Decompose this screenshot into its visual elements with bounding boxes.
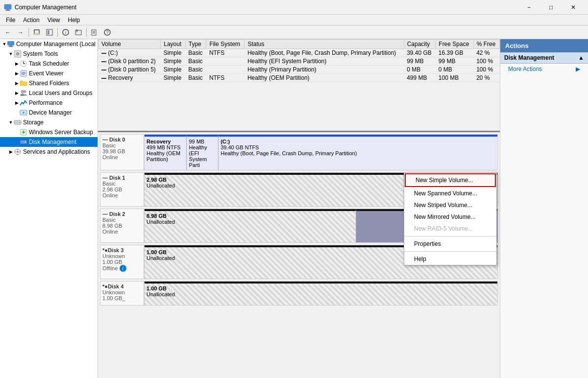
sidebar-event-viewer[interactable]: ▶ Event Viewer bbox=[0, 69, 98, 78]
sidebar-performance[interactable]: ▶ Performance bbox=[0, 98, 98, 108]
volume-name: (Disk 0 partition 5) bbox=[98, 66, 161, 74]
shared-folders-toggle[interactable]: ▶ bbox=[14, 81, 20, 86]
disk-0-partition-efi[interactable]: 99 MB Healthy (EFI System Parti bbox=[187, 135, 219, 170]
actions-more[interactable]: More Actions ▶ bbox=[500, 64, 588, 74]
menu-view[interactable]: View bbox=[44, 16, 64, 24]
context-menu-new-mirrored-label: New Mirrored Volume... bbox=[414, 213, 475, 220]
actions-title: Actions bbox=[505, 42, 529, 49]
disk-1-row: — Disk 1 Basic 2.98 GB Online 2.98 GB Un… bbox=[100, 172, 498, 207]
disk-3-size: 1.00 GB bbox=[102, 259, 142, 265]
local-users-label: Local Users and Groups bbox=[29, 90, 92, 96]
storage-label: Storage bbox=[23, 119, 44, 126]
root-toggle[interactable]: ▼ bbox=[2, 42, 7, 47]
main-layout: ▼ Computer Management (Local ▼ System To… bbox=[0, 39, 588, 378]
menu-help[interactable]: Help bbox=[64, 16, 84, 24]
properties-button[interactable] bbox=[89, 27, 100, 38]
context-menu-new-striped[interactable]: New Striped Volume... bbox=[404, 199, 496, 211]
disk-0-type: Basic bbox=[102, 142, 142, 148]
volume-fs bbox=[206, 66, 245, 74]
sidebar-system-tools[interactable]: ▼ System Tools bbox=[0, 49, 98, 59]
sidebar-root[interactable]: ▼ Computer Management (Local bbox=[0, 39, 98, 49]
sidebar-disk-management[interactable]: Disk Management bbox=[0, 137, 98, 147]
disk-0-partitions: Recovery 499 MB NTFS Healthy (OEM Partit… bbox=[144, 134, 498, 170]
help-button[interactable]: ? bbox=[101, 27, 113, 38]
disk-2-label: — Disk 2 Basic 8.98 GB Online bbox=[100, 209, 144, 243]
system-tools-label: System Tools bbox=[23, 50, 58, 57]
context-menu[interactable]: New Simple Volume... New Spanned Volume.… bbox=[404, 172, 497, 265]
context-menu-help[interactable]: Help bbox=[404, 253, 496, 265]
window-controls[interactable]: − □ ✕ bbox=[518, 0, 584, 15]
back-button[interactable]: ← bbox=[2, 27, 14, 38]
system-tools-toggle[interactable]: ▼ bbox=[8, 51, 14, 56]
volume-free: 0 MB bbox=[436, 66, 473, 74]
maximize-button[interactable]: □ bbox=[540, 0, 562, 15]
context-menu-sep2 bbox=[404, 251, 496, 252]
table-row[interactable]: (Disk 0 partition 5) Simple Basic Health… bbox=[98, 66, 500, 74]
device-manager-icon bbox=[20, 109, 27, 117]
disk-2-unallocated[interactable]: 8.98 GB Unallocated bbox=[145, 209, 356, 242]
up-button[interactable] bbox=[31, 27, 43, 38]
sidebar-windows-backup[interactable]: Windows Server Backup bbox=[0, 127, 98, 137]
storage-toggle[interactable]: ▼ bbox=[8, 120, 14, 125]
table-row[interactable]: (Disk 0 partition 2) Simple Basic Health… bbox=[98, 57, 500, 66]
table-row[interactable]: Recovery Simple Basic NTFS Healthy (OEM … bbox=[98, 74, 500, 82]
partition-name: Recovery bbox=[147, 139, 184, 144]
services-icon bbox=[14, 148, 22, 156]
disk-4-type: Unknown bbox=[102, 289, 142, 295]
forward-button[interactable]: → bbox=[15, 27, 26, 38]
task-scheduler-toggle[interactable]: ▶ bbox=[14, 61, 20, 66]
svg-rect-19 bbox=[8, 47, 13, 47]
volume-status: Healthy (EFI System Partition) bbox=[245, 57, 404, 66]
context-menu-new-simple[interactable]: New Simple Volume... bbox=[405, 173, 496, 187]
local-users-toggle[interactable]: ▶ bbox=[14, 91, 20, 95]
backup-icon bbox=[20, 128, 27, 136]
disk-1-size: 2.98 GB bbox=[102, 187, 142, 192]
context-menu-new-striped-label: New Striped Volume... bbox=[414, 202, 472, 209]
menu-action[interactable]: Action bbox=[19, 16, 43, 24]
system-tools-icon bbox=[14, 50, 22, 58]
svg-point-22 bbox=[17, 53, 19, 55]
windows-backup-label: Windows Server Backup bbox=[29, 129, 93, 136]
col-status: Status bbox=[245, 40, 404, 49]
partition-size: 39.40 GB NTFS bbox=[220, 144, 495, 150]
services-toggle[interactable]: ▶ bbox=[8, 149, 14, 154]
volume-table-area: Volume Layout Type File System Status Ca… bbox=[98, 39, 500, 132]
actions-section[interactable]: Disk Management ▲ bbox=[500, 52, 588, 64]
svg-text:?: ? bbox=[106, 30, 109, 35]
volume-pct: 20 % bbox=[473, 74, 499, 82]
sidebar-shared-folders[interactable]: ▶ Shared Folders bbox=[0, 78, 98, 88]
partition-status: Healthy (OEM Partition) bbox=[147, 150, 184, 162]
sidebar-task-scheduler[interactable]: ▶ Task Scheduler bbox=[0, 59, 98, 69]
svg-text:i: i bbox=[65, 30, 66, 35]
close-button[interactable]: ✕ bbox=[562, 0, 584, 15]
disk-1-id: — Disk 1 bbox=[102, 175, 142, 181]
show-hide-button[interactable] bbox=[44, 27, 55, 38]
minimize-button[interactable]: − bbox=[518, 0, 540, 15]
context-menu-properties[interactable]: Properties bbox=[404, 238, 496, 250]
sidebar-storage[interactable]: ▼ Storage bbox=[0, 118, 98, 127]
disk-0-partition-c[interactable]: (C:) 39.40 GB NTFS Healthy (Boot, Page F… bbox=[219, 135, 497, 170]
disk-0-size: 39.98 GB bbox=[102, 148, 142, 154]
volume-capacity: 0 MB bbox=[404, 66, 436, 74]
table-row[interactable]: (C:) Simple Basic NTFS Healthy (Boot, Pa… bbox=[98, 49, 500, 57]
disk-0-partition-recovery[interactable]: Recovery 499 MB NTFS Healthy (OEM Partit… bbox=[145, 135, 187, 170]
col-type: Type bbox=[185, 40, 206, 49]
menu-file[interactable]: File bbox=[2, 16, 19, 24]
sidebar-local-users[interactable]: ▶ Local Users and Groups bbox=[0, 88, 98, 98]
title-bar: Computer Management − □ ✕ bbox=[0, 0, 588, 15]
context-menu-new-spanned[interactable]: New Spanned Volume... bbox=[404, 188, 496, 199]
event-viewer-toggle[interactable]: ▶ bbox=[14, 71, 20, 76]
services-label: Services and Applications bbox=[23, 148, 90, 155]
actions-section-chevron: ▲ bbox=[578, 54, 584, 61]
task-scheduler-label: Task Scheduler bbox=[29, 60, 69, 67]
sidebar-services[interactable]: ▶ Services and Applications bbox=[0, 147, 98, 157]
context-menu-new-mirrored[interactable]: New Mirrored Volume... bbox=[404, 211, 496, 223]
info-button[interactable]: i bbox=[60, 27, 72, 38]
disk-4-unallocated[interactable]: 1.00 GB Unallocated bbox=[145, 282, 497, 305]
local-users-icon bbox=[20, 89, 27, 97]
performance-toggle[interactable]: ▶ bbox=[14, 100, 20, 105]
volume-status: Healthy (Primary Partition) bbox=[245, 66, 404, 74]
volume-pct: 100 % bbox=[473, 66, 499, 74]
sidebar-device-manager[interactable]: Device Manager bbox=[0, 108, 98, 118]
export-button[interactable] bbox=[73, 27, 84, 38]
